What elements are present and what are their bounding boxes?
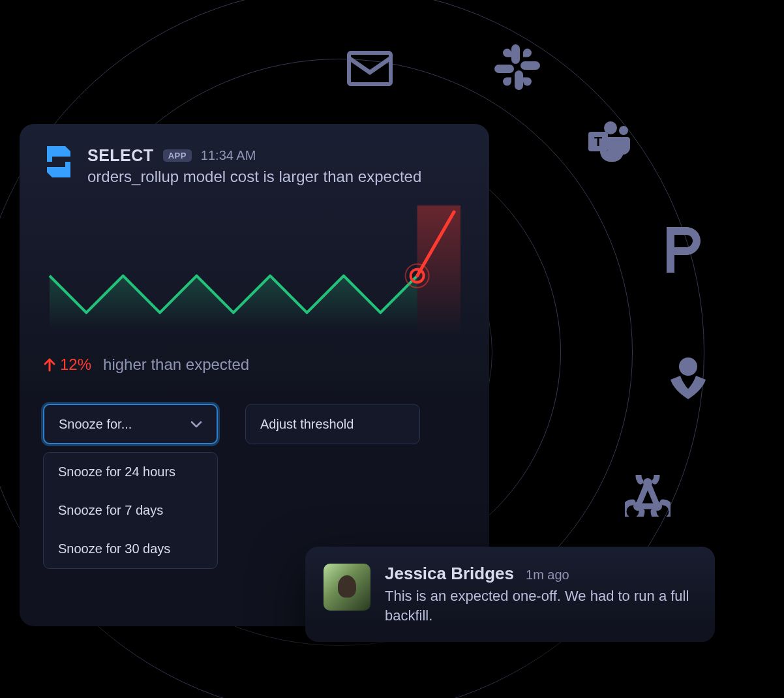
adjust-threshold-button[interactable]: Adjust threshold (245, 404, 420, 444)
snooze-placeholder: Snooze for... (59, 417, 132, 432)
svg-rect-0 (511, 44, 520, 64)
chevron-down-icon (190, 417, 202, 432)
delta-percent: 12% (60, 356, 91, 374)
reply-ago: 1m ago (526, 568, 569, 583)
alert-timestamp: 11:34 AM (201, 148, 256, 163)
svg-text:T: T (594, 134, 602, 149)
delta-row: 12% higher than expected (43, 356, 466, 374)
alert-header: SELECT APP 11:34 AM orders_rollup model … (43, 146, 466, 186)
svg-rect-2 (494, 65, 514, 73)
svg-rect-3 (520, 61, 540, 70)
mail-icon (347, 51, 393, 86)
reply-author: Jessica Bridges (385, 564, 514, 584)
teams-icon: T (587, 121, 630, 162)
webhook-icon (625, 475, 671, 517)
svg-point-9 (679, 357, 697, 376)
snooze-select[interactable]: Snooze for... Snooze for 24 hours Snooze… (43, 404, 218, 569)
snooze-option[interactable]: Snooze for 7 days (44, 491, 217, 530)
svg-rect-13 (417, 205, 460, 336)
adjust-threshold-label: Adjust threshold (260, 417, 354, 432)
cost-anomaly-chart (43, 205, 460, 336)
pagerduty-icon (667, 227, 701, 273)
app-name: SELECT (87, 146, 154, 165)
reply-body: This is an expected one-off. We had to r… (385, 586, 697, 625)
avatar (324, 564, 370, 611)
snooze-dropdown: Snooze for 24 hours Snooze for 7 days Sn… (43, 452, 218, 569)
app-badge: APP (163, 149, 192, 162)
alert-title: orders_rollup model cost is larger than … (87, 168, 421, 186)
slack-icon (494, 44, 540, 90)
snooze-option[interactable]: Snooze for 24 hours (44, 453, 217, 491)
svg-rect-1 (515, 70, 523, 90)
alert-actions: Snooze for... Snooze for 24 hours Snooze… (43, 404, 466, 569)
app-logo-icon (43, 146, 74, 177)
snooze-select-box[interactable]: Snooze for... (43, 404, 218, 444)
arrow-up-icon: 12% (43, 356, 91, 374)
reply-card: Jessica Bridges 1m ago This is an expect… (305, 547, 715, 642)
snooze-option[interactable]: Snooze for 30 days (44, 530, 217, 568)
svg-point-5 (619, 126, 628, 135)
opsgenie-icon (671, 357, 706, 399)
delta-text: higher than expected (103, 356, 249, 374)
